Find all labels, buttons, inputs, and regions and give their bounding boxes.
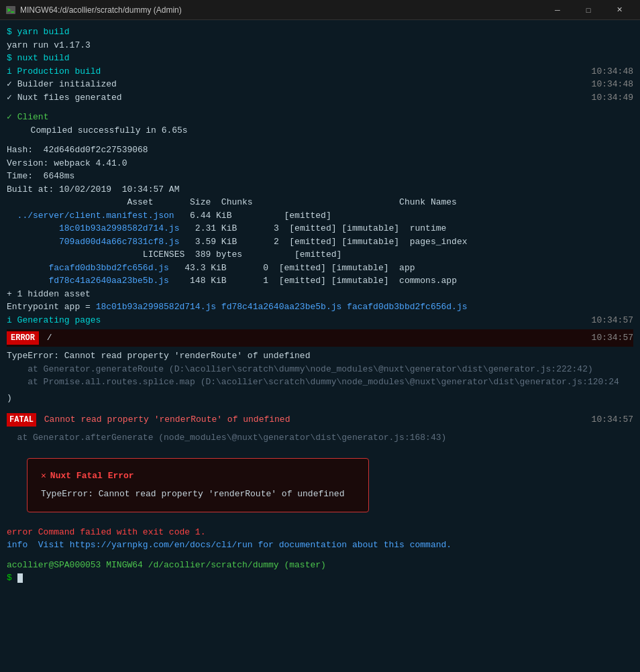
generating-pages-text: i Generating pages <box>7 314 101 327</box>
window-controls[interactable]: ─ □ ✕ <box>542 0 635 20</box>
version-line: Version: webpack 4.41.0 <box>7 157 633 170</box>
table-row-manifest: ../server/client.manifest.json 6.44 KiB … <box>7 209 633 223</box>
final-prompt-path: acollier@SPA000053 MINGW64 /d/acollier/s… <box>7 559 633 572</box>
spacer-2 <box>7 137 633 144</box>
window-title: MINGW64:/d/acollier/scratch/dummy (Admin… <box>20 5 182 15</box>
cursor <box>17 573 23 583</box>
x-icon: ✕ <box>41 469 46 483</box>
title-bar-left: MINGW64:/d/acollier/scratch/dummy (Admin… <box>5 5 182 15</box>
final-prompt[interactable]: $ <box>7 571 633 585</box>
generating-pages-ts: 10:34:57 <box>592 314 633 327</box>
yarn-build-cmd: $ yarn build <box>7 25 633 39</box>
production-build-line: i Production build 10:34:48 <box>7 65 633 78</box>
production-build-text: i Production build <box>7 65 101 78</box>
table-row-commons: fd78c41a2640aa23be5b.js 148 KiB 1 [emitt… <box>7 274 633 288</box>
fatal-ts: 10:34:57 <box>592 413 633 427</box>
stack-trace-1: at Generator.generateRoute (D:\acollier\… <box>7 363 633 376</box>
table-row-pages: 709ad00d4a66c7831cf8.js 3.59 KiB 2 [emit… <box>7 235 633 249</box>
error-banner: ERROR / 10:34:57 <box>7 329 633 347</box>
window: MINGW64:/d/acollier/scratch/dummy (Admin… <box>0 0 640 590</box>
table-header: Asset Size Chunks Chunk Names <box>7 196 633 209</box>
error-ts: 10:34:57 <box>592 331 633 345</box>
hidden-asset: + 1 hidden asset <box>7 288 633 301</box>
table-row-licenses: LICENSES 389 bytes [emitted] <box>7 248 633 262</box>
fatal-badge-inline: FATAL Cannot read property 'renderRoute'… <box>7 413 290 427</box>
info-cmd-line: info Visit https://yarnpkg.com/en/docs/c… <box>7 539 633 552</box>
type-error-main: TypeError: Cannot read property 'renderR… <box>7 349 633 363</box>
hash-line: Hash: 42d646dd0f2c27539068 <box>7 144 633 157</box>
nuxt-build-cmd: $ nuxt build <box>7 52 633 65</box>
table-row-runtime: 18c01b93a2998582d714.js 2.31 KiB 3 [emit… <box>7 222 633 235</box>
title-bar: MINGW64:/d/acollier/scratch/dummy (Admin… <box>0 0 640 20</box>
table-row-app: facafd0db3bbd2fc656d.js 43.3 KiB 0 [emit… <box>7 262 633 275</box>
entrypoint-line: Entrypoint app = 18c01b93a2998582d714.js… <box>7 300 633 314</box>
fatal-box-title: ✕ Nuxt Fatal Error <box>41 469 355 483</box>
built-at-line: Built at: 10/02/2019 10:34:57 AM <box>7 183 633 197</box>
terminal-output: $ yarn build yarn run v1.17.3 $ nuxt bui… <box>0 20 640 590</box>
builder-init-line: ✓ Builder initialized 10:34:48 <box>7 78 633 91</box>
minimize-button[interactable]: ─ <box>542 0 573 20</box>
fatal-box-message: TypeError: Cannot read property 'renderR… <box>41 488 355 501</box>
fatal-line: FATAL Cannot read property 'renderRoute'… <box>7 411 633 429</box>
stack-trace-2: at Promise.all.routes.splice.map (D:\aco… <box>7 376 633 389</box>
maximize-button[interactable]: □ <box>573 0 604 20</box>
builder-init-ts: 10:34:48 <box>592 78 633 91</box>
fatal-error-box: ✕ Nuxt Fatal Error TypeError: Cannot rea… <box>27 458 369 512</box>
time-line: Time: 6648ms <box>7 170 633 183</box>
spacer-9 <box>7 519 633 526</box>
after-generate-stack: at Generator.afterGenerate (node_modules… <box>7 431 633 445</box>
spacer-8 <box>7 445 633 451</box>
builder-init-text: ✓ Builder initialized <box>7 78 117 91</box>
production-build-ts: 10:34:48 <box>592 65 633 78</box>
spacer-1 <box>7 104 633 111</box>
error-badge: ERROR / <box>7 331 52 345</box>
spacer-10 <box>7 552 633 559</box>
client-check: ✓ Client <box>7 111 633 124</box>
close-button[interactable]: ✕ <box>604 0 635 20</box>
close-paren: ) <box>7 392 633 405</box>
nuxt-files-line: ✓ Nuxt files generated 10:34:49 <box>7 91 633 105</box>
fatal-box-heading: Nuxt Fatal Error <box>50 469 134 483</box>
spacer-6 <box>7 404 633 411</box>
yarn-version: yarn run v1.17.3 <box>7 39 633 52</box>
compiled-success: Compiled successfully in 6.65s <box>7 124 633 137</box>
nuxt-files-text: ✓ Nuxt files generated <box>7 91 122 105</box>
nuxt-files-ts: 10:34:49 <box>592 91 633 105</box>
terminal-icon <box>5 5 16 15</box>
generating-pages-line: i Generating pages 10:34:57 <box>7 314 633 327</box>
error-cmd-line: error Command failed with exit code 1. <box>7 526 633 539</box>
